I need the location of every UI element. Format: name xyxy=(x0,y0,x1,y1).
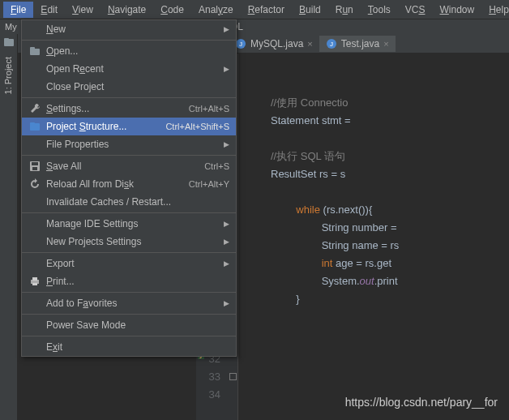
menu-item-label: Manage IDE Settings xyxy=(46,218,219,229)
menu-code[interactable]: Code xyxy=(153,2,191,18)
menu-analyze[interactable]: Analyze xyxy=(191,2,241,18)
menu-item-new-projects-settings[interactable]: New Projects Settings▶ xyxy=(22,233,236,251)
submenu-arrow-icon: ▶ xyxy=(224,259,229,268)
menubar: FileEditViewNavigateCodeAnalyzeRefactorB… xyxy=(0,0,509,19)
svg-rect-12 xyxy=(32,167,37,170)
menu-separator xyxy=(22,155,236,156)
menu-separator xyxy=(22,212,236,213)
menu-tools[interactable]: Tools xyxy=(361,2,398,18)
menu-item-label: Close Project xyxy=(46,81,229,92)
menu-item-power-save-mode[interactable]: Power Save Mode xyxy=(22,316,236,334)
folder-icon xyxy=(28,45,41,58)
breadcrumb-my: My xyxy=(5,22,17,32)
menu-item-label: Add to Favorites xyxy=(46,298,219,309)
submenu-arrow-icon: ▶ xyxy=(224,65,229,73)
menu-vcs[interactable]: VCS xyxy=(398,2,433,18)
menu-item-label: Invalidate Caches / Restart... xyxy=(46,196,229,208)
menu-item-open-recent[interactable]: Open Recent▶ xyxy=(22,60,236,78)
menu-item-export[interactable]: Export▶ xyxy=(22,255,236,272)
svg-rect-9 xyxy=(30,122,35,125)
menu-item-close-project[interactable]: Close Project xyxy=(22,78,236,96)
watermark: https://blog.csdn.net/pary__for xyxy=(345,396,498,409)
menu-refactor[interactable]: Refactor xyxy=(241,2,292,18)
menu-item-add-to-favorites[interactable]: Add to Favorites▶ xyxy=(22,294,236,312)
submenu-arrow-icon: ▶ xyxy=(224,220,229,228)
menu-item-settings[interactable]: Settings...Ctrl+Alt+S xyxy=(22,100,236,118)
menu-item-label: Print... xyxy=(46,276,229,287)
tool-window-bar: 1: Project xyxy=(0,34,18,420)
submenu-arrow-icon: ▶ xyxy=(224,238,229,246)
menu-item-file-properties[interactable]: File Properties▶ xyxy=(22,135,236,153)
menu-run[interactable]: Run xyxy=(328,2,361,18)
menu-item-invalidate-caches-restart[interactable]: Invalidate Caches / Restart... xyxy=(22,193,236,211)
menu-view[interactable]: View xyxy=(65,2,101,18)
shortcut-label: Ctrl+Alt+Y xyxy=(189,179,229,189)
svg-rect-11 xyxy=(32,162,38,165)
svg-rect-15 xyxy=(32,283,37,285)
java-icon: J xyxy=(235,38,246,49)
menu-item-new[interactable]: New▶ xyxy=(22,20,236,38)
code-area[interactable]: //使用 Connectio Statement stmt = //执行 SQL… xyxy=(238,54,509,420)
svg-text:J: J xyxy=(330,41,333,48)
file-menu-dropdown: New▶Open...Open Recent▶Close ProjectSett… xyxy=(21,19,237,357)
editor-tab[interactable]: JMySQL.java× xyxy=(229,36,319,52)
wrench-icon xyxy=(28,102,41,115)
svg-rect-7 xyxy=(30,47,35,50)
submenu-arrow-icon: ▶ xyxy=(224,299,229,307)
shortcut-label: Ctrl+Alt+Shift+S xyxy=(165,122,229,131)
menu-edit[interactable]: Edit xyxy=(33,2,65,18)
shortcut-label: Ctrl+S xyxy=(204,161,229,171)
project-tool-tab[interactable]: 1: Project xyxy=(0,50,16,101)
menu-item-print[interactable]: Print... xyxy=(22,272,236,290)
menu-item-label: New Projects Settings xyxy=(46,236,219,247)
menu-item-project-structure[interactable]: Project Structure...Ctrl+Alt+Shift+S xyxy=(22,118,236,135)
menu-item-label: File Properties xyxy=(46,139,219,150)
menu-item-label: Power Save Mode xyxy=(46,319,229,331)
menu-item-open[interactable]: Open... xyxy=(22,42,236,60)
menu-navigate[interactable]: Navigate xyxy=(101,2,153,18)
menu-item-label: Exit xyxy=(46,341,229,353)
project-icon xyxy=(2,36,15,49)
menu-item-manage-ide-settings[interactable]: Manage IDE Settings▶ xyxy=(22,215,236,233)
menu-item-label: Open Recent xyxy=(46,63,219,75)
menu-item-save-all[interactable]: Save AllCtrl+S xyxy=(22,157,236,175)
svg-text:J: J xyxy=(239,41,242,48)
menu-window[interactable]: Window xyxy=(432,2,481,18)
structure-icon xyxy=(28,120,41,133)
save-icon xyxy=(28,160,41,173)
editor-tab[interactable]: JTest.java× xyxy=(319,36,396,52)
svg-rect-1 xyxy=(4,38,9,41)
shortcut-label: Ctrl+Alt+S xyxy=(189,104,229,114)
java-icon: J xyxy=(326,38,337,49)
menu-item-reload-all-from-disk[interactable]: Reload All from DiskCtrl+Alt+Y xyxy=(22,175,236,193)
menu-item-label: Project Structure... xyxy=(46,121,160,132)
menu-item-label: New xyxy=(46,24,219,35)
menu-help[interactable]: Help xyxy=(481,2,509,18)
submenu-arrow-icon: ▶ xyxy=(224,140,229,148)
menu-separator xyxy=(22,252,236,253)
close-icon[interactable]: × xyxy=(383,39,388,49)
menu-item-label: Export xyxy=(46,258,219,269)
menu-item-exit[interactable]: Exit xyxy=(22,338,236,356)
menu-item-label: Reload All from Disk xyxy=(46,178,184,190)
menu-separator xyxy=(22,97,236,98)
menu-separator xyxy=(22,40,236,41)
menu-item-label: Open... xyxy=(46,45,229,57)
svg-rect-14 xyxy=(32,277,37,281)
close-icon[interactable]: × xyxy=(307,39,312,49)
menu-item-label: Settings... xyxy=(46,103,184,114)
reload-icon xyxy=(28,178,41,191)
menu-build[interactable]: Build xyxy=(292,2,328,18)
menu-separator xyxy=(22,314,236,315)
submenu-arrow-icon: ▶ xyxy=(224,25,229,33)
menu-item-label: Save All xyxy=(46,161,199,172)
fold-marker[interactable] xyxy=(229,373,237,380)
menu-separator xyxy=(22,292,236,293)
menu-file[interactable]: File xyxy=(3,2,33,18)
print-icon xyxy=(28,275,41,288)
menu-separator xyxy=(22,336,236,336)
